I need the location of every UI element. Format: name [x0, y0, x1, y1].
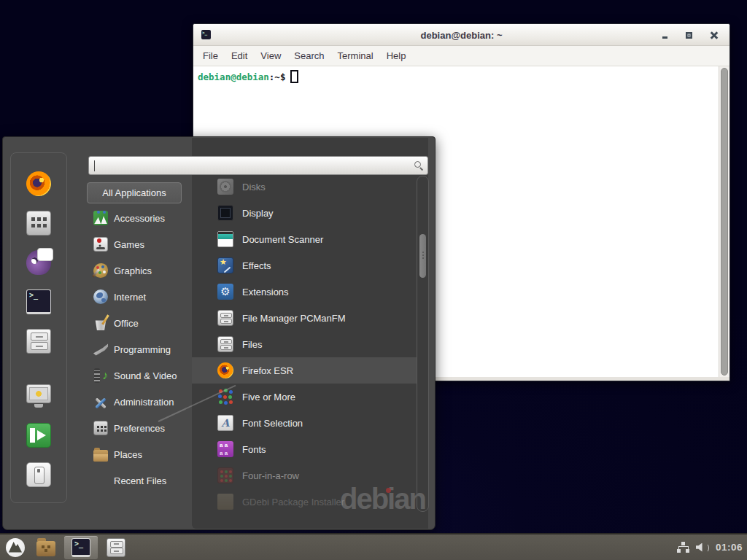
minimize-icon[interactable] — [662, 36, 667, 39]
taskbar-menu-button[interactable] — [3, 536, 28, 559]
menubar-item-terminal[interactable]: Terminal — [331, 48, 380, 63]
shutdown-icon — [26, 462, 51, 487]
app-label: Fonts — [242, 444, 266, 455]
menubar-item-edit[interactable]: Edit — [225, 48, 254, 63]
disks-icon — [217, 179, 233, 195]
network-icon[interactable] — [677, 542, 689, 553]
window-controls — [662, 24, 718, 46]
file-manager-favorite-button[interactable] — [26, 328, 52, 354]
file-manager-icon — [26, 329, 51, 354]
preferences-icon — [93, 421, 108, 435]
app-item-effects[interactable]: Effects — [192, 252, 417, 279]
category-label: Administration — [114, 397, 174, 408]
app-item-fonts[interactable]: Fonts — [192, 436, 417, 462]
menubar-item-help[interactable]: Help — [380, 48, 413, 63]
taskbar-files-button[interactable] — [104, 536, 128, 559]
category-programming[interactable]: Programming — [86, 336, 193, 362]
close-icon[interactable] — [711, 31, 718, 39]
category-accessories[interactable]: Accessories — [86, 205, 193, 231]
menubar-item-search[interactable]: Search — [287, 48, 330, 63]
category-office[interactable]: Office — [86, 310, 193, 336]
files-icon — [217, 336, 233, 352]
terminal-icon — [71, 538, 90, 557]
category-label: Programming — [114, 344, 171, 355]
graphics-icon — [93, 263, 108, 278]
pidgin-icon — [26, 250, 51, 275]
app-item-extensions[interactable]: Extensions — [192, 279, 417, 305]
category-recent-files[interactable]: Recent Files — [86, 467, 193, 494]
app-item-firefox-esr[interactable]: Firefox ESR — [192, 357, 417, 384]
category-internet[interactable]: Internet — [86, 284, 193, 310]
search-box — [88, 156, 428, 175]
maximize-icon[interactable] — [686, 32, 692, 39]
category-places[interactable]: Places — [86, 441, 193, 467]
accessories-icon — [93, 211, 108, 225]
app-item-file-manager-pcmanfm[interactable]: File Manager PCManFM — [192, 305, 417, 331]
app-item-document-scanner[interactable]: Document Scanner — [192, 226, 417, 252]
app-item-font-selection[interactable]: Font Selection — [192, 410, 417, 436]
category-sound-video[interactable]: Sound & Video — [86, 362, 193, 389]
logout-icon — [26, 423, 51, 448]
categories-list: AccessoriesGamesGraphicsInternetOfficePr… — [86, 205, 193, 494]
firefox-favorite-button[interactable] — [26, 171, 52, 197]
folder-icon — [36, 541, 55, 556]
menu-scrollbar[interactable] — [417, 176, 429, 512]
firefox-icon — [26, 171, 51, 196]
terminal-scrollbar[interactable] — [719, 66, 729, 377]
favorites-sidebar — [10, 152, 67, 503]
pidgin-favorite-button[interactable] — [26, 249, 52, 276]
shutdown-favorite-button[interactable] — [26, 462, 52, 488]
category-administration[interactable]: Administration — [86, 389, 193, 415]
terminal-cursor — [290, 70, 298, 83]
document-scanner-icon — [217, 231, 233, 247]
no-icon — [93, 473, 108, 488]
extensions-icon — [217, 284, 233, 300]
terminal-titlebar[interactable]: debian@debian: ~ — [193, 24, 729, 46]
category-label: Sound & Video — [114, 370, 177, 381]
category-games[interactable]: Games — [86, 231, 193, 257]
all-applications-button[interactable]: All Applications — [87, 182, 182, 203]
desktop: debian@debian: ~ FileEditViewSearchTermi… — [0, 0, 747, 560]
menubar-item-file[interactable]: File — [196, 48, 225, 63]
terminal-favorite-button[interactable] — [26, 289, 52, 315]
terminal-icon — [26, 289, 51, 314]
lock-screen-favorite-button[interactable] — [26, 383, 52, 409]
applications-list: DisksDisplayDocument ScannerEffectsExten… — [192, 174, 428, 515]
control-center-favorite-button[interactable] — [26, 210, 52, 236]
taskbar-file-manager-button[interactable] — [34, 536, 58, 559]
app-item-gdebi-package-installer[interactable]: GDebi Package Installer — [192, 489, 417, 515]
app-label: Disks — [242, 182, 266, 192]
category-graphics[interactable]: Graphics — [86, 257, 193, 284]
four-in-a-row-icon — [217, 467, 233, 483]
menu-circle-icon — [6, 538, 25, 557]
volume-icon[interactable] — [696, 542, 709, 553]
search-input[interactable] — [93, 158, 409, 173]
app-label: Display — [242, 208, 274, 219]
taskbar: 01:06 — [0, 533, 747, 560]
terminal-scrollbar-thumb[interactable] — [721, 68, 728, 376]
file-manager-icon — [217, 310, 233, 326]
menu-scrollbar-thumb[interactable] — [419, 234, 426, 278]
search-icon — [414, 161, 421, 168]
effects-icon — [217, 257, 233, 273]
app-item-files[interactable]: Files — [192, 331, 417, 357]
lock-screen-icon — [26, 384, 51, 403]
clock[interactable]: 01:06 — [716, 542, 743, 553]
category-preferences[interactable]: Preferences — [86, 415, 193, 441]
category-label: Recent Files — [114, 475, 166, 486]
app-item-disks[interactable]: Disks — [192, 174, 417, 200]
places-icon — [93, 450, 108, 462]
firefox-icon — [217, 362, 233, 378]
app-label: Five or More — [242, 392, 295, 402]
app-item-display[interactable]: Display — [192, 200, 417, 226]
terminal-menubar: FileEditViewSearchTerminalHelp — [193, 46, 729, 66]
logout-favorite-button[interactable] — [26, 422, 52, 448]
app-item-four-in-a-row[interactable]: Four-in-a-row — [192, 462, 417, 489]
app-item-five-or-more[interactable]: Five or More — [192, 384, 417, 410]
menubar-item-view[interactable]: View — [254, 48, 287, 63]
category-label: Office — [114, 318, 139, 329]
app-label: Files — [242, 339, 262, 350]
games-icon — [93, 237, 108, 252]
terminal-window-title: debian@debian: ~ — [193, 24, 729, 46]
taskbar-terminal-button[interactable] — [64, 536, 98, 559]
